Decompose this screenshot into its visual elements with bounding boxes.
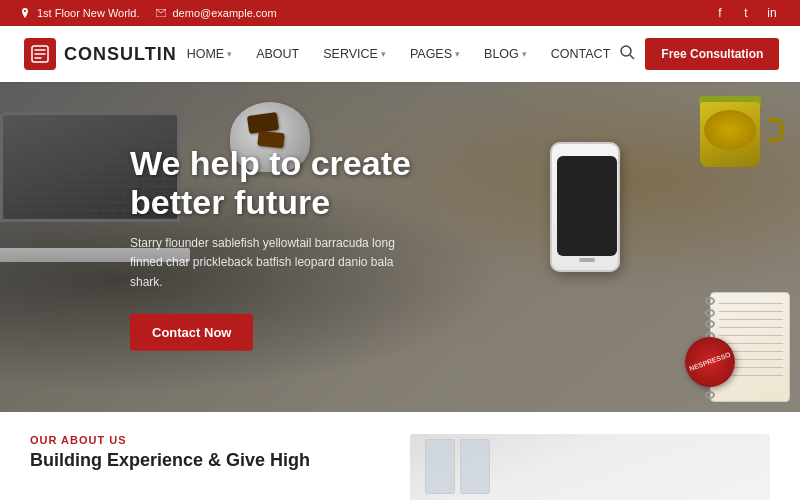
free-consultation-button[interactable]: Free Consultation xyxy=(645,38,779,70)
nav-pages[interactable]: PAGES ▾ xyxy=(400,39,470,69)
about-title: Building Experience & Give High xyxy=(30,450,390,472)
hero-subtitle: Starry flounder sablefish yellowtail bar… xyxy=(130,234,410,292)
phone-screen xyxy=(557,156,617,256)
nav-about[interactable]: ABOUT xyxy=(246,39,309,69)
top-bar-social: f t in xyxy=(712,5,780,21)
hero-section: NESPRESSO We help to create better futur… xyxy=(0,82,800,412)
logo-text: CONSULTIN xyxy=(64,44,177,65)
top-bar-left: 1st Floor New World. demo@example.com xyxy=(20,7,277,19)
logo[interactable]: CONSULTIN xyxy=(24,38,177,70)
email-info: demo@example.com xyxy=(156,7,277,19)
phone-decoration xyxy=(540,132,630,292)
logo-icon xyxy=(24,38,56,70)
navbar: CONSULTIN HOME ▾ ABOUT SERVICE ▾ PAGES ▾… xyxy=(0,26,800,82)
phone-home-button xyxy=(579,258,595,262)
nav-blog[interactable]: BLOG ▾ xyxy=(474,39,537,69)
search-icon[interactable] xyxy=(620,45,635,63)
badge-text: NESPRESSO xyxy=(688,351,732,374)
twitter-icon[interactable]: t xyxy=(738,5,754,21)
nav-home[interactable]: HOME ▾ xyxy=(177,39,243,69)
about-section: OUR ABOUT US Building Experience & Give … xyxy=(0,412,800,500)
cup-handle xyxy=(768,118,784,142)
facebook-icon[interactable]: f xyxy=(712,5,728,21)
nav-contact[interactable]: CONTACT xyxy=(541,39,621,69)
about-left: OUR ABOUT US Building Experience & Give … xyxy=(30,434,390,490)
cup-liquid xyxy=(704,110,756,150)
top-bar: 1st Floor New World. demo@example.com f … xyxy=(0,0,800,26)
nav-service[interactable]: SERVICE ▾ xyxy=(313,39,396,69)
about-image xyxy=(410,434,770,500)
hero-content: We help to create better future Starry f… xyxy=(130,144,411,351)
nav-links: HOME ▾ ABOUT SERVICE ▾ PAGES ▾ BLOG ▾ CO… xyxy=(177,39,621,69)
contact-now-button[interactable]: Contact Now xyxy=(130,313,253,350)
instagram-icon[interactable]: in xyxy=(764,5,780,21)
nav-right: Free Consultation xyxy=(620,38,779,70)
address-info: 1st Floor New World. xyxy=(20,7,140,19)
about-label: OUR ABOUT US xyxy=(30,434,390,446)
hero-title: We help to create better future xyxy=(130,144,411,222)
svg-line-2 xyxy=(630,55,634,59)
cup-body xyxy=(700,102,760,167)
phone-body xyxy=(550,142,620,272)
svg-point-1 xyxy=(621,46,631,56)
cup-decoration xyxy=(700,102,770,182)
